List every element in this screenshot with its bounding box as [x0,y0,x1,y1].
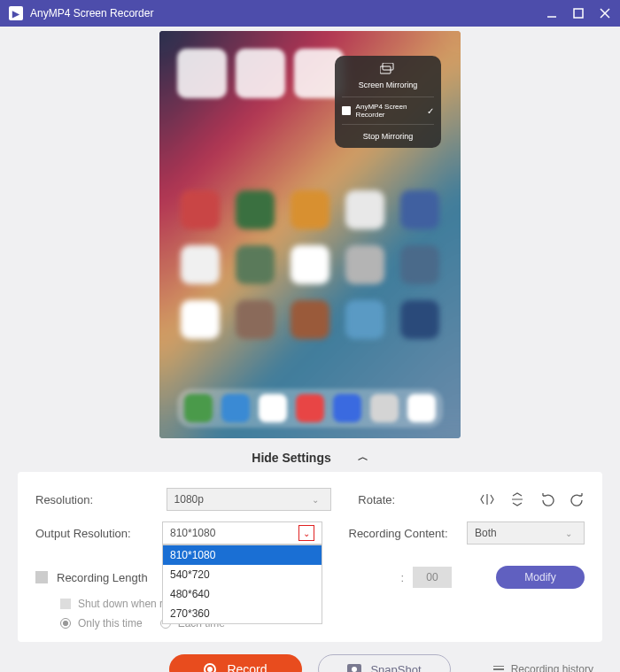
recording-content-value: Both [475,527,497,539]
chevron-up-icon: ︿ [358,450,368,465]
check-icon: ✓ [427,106,434,116]
app-title: AnyMP4 Screen Recorder [30,7,153,19]
rotate-left-icon[interactable] [540,492,554,506]
app-logo: ▶ [9,6,23,20]
recording-length-checkbox[interactable] [35,571,48,583]
hide-settings-toggle[interactable]: Hide Settings ︿ [0,443,620,472]
dock [177,389,443,428]
mirror-title: Screen Mirroring [342,81,434,89]
titlebar: ▶ AnyMP4 Screen Recorder [0,0,620,27]
dropdown-option[interactable]: 270*360 [163,604,322,623]
mirror-card: Screen Mirroring AnyMP4 Screen Recorder … [335,56,441,148]
mirror-device-row[interactable]: AnyMP4 Screen Recorder ✓ [342,97,434,124]
recording-content-label: Recording Content: [349,527,459,540]
output-resolution-label: Output Resolution: [35,527,153,540]
resolution-label: Resolution: [35,493,158,506]
resolution-value: 1080p [174,493,204,506]
output-resolution-value: 810*1080 [170,527,215,539]
chevron-down-icon: ⌄ [307,491,323,507]
resolution-dropdown[interactable]: 1080p⌄ [167,488,332,511]
record-icon [204,663,216,672]
list-icon [493,666,504,672]
settings-panel: Resolution: 1080p⌄ Rotate: Output Resolu… [18,472,602,642]
rotate-right-icon[interactable] [570,492,585,506]
rotate-label: Rotate: [358,493,471,506]
output-resolution-options: 810*1080 540*720 480*640 270*360 [162,545,322,624]
record-button[interactable]: Record [169,654,302,672]
modify-button[interactable]: Modify [496,566,585,589]
recording-history-label: Recording history [511,663,593,672]
snapshot-label: SnapShot [370,663,421,673]
chevron-down-icon: ⌄ [298,525,314,541]
stop-mirroring[interactable]: Stop Mirroring [342,124,434,141]
dropdown-option[interactable]: 480*640 [163,584,322,604]
recording-history-link[interactable]: Recording history [493,663,593,672]
shutdown-checkbox[interactable] [60,599,71,609]
chevron-down-icon: ⌄ [561,525,577,541]
flip-vertical-icon[interactable] [510,492,524,506]
maximize-button[interactable] [572,7,585,19]
device-screen: Screen Mirroring AnyMP4 Screen Recorder … [159,31,461,438]
minimize-button[interactable] [546,7,558,19]
recording-content-dropdown[interactable]: Both⌄ [467,521,585,545]
record-label: Record [227,662,267,672]
camera-icon [347,664,361,672]
mirror-device-label: AnyMP4 Screen Recorder [356,103,422,119]
only-this-time-radio[interactable] [60,618,71,629]
preview-area: Screen Mirroring AnyMP4 Screen Recorder … [0,27,620,443]
hide-settings-label: Hide Settings [252,451,330,465]
dropdown-option[interactable]: 540*720 [163,565,322,584]
mirror-icon [342,63,434,77]
output-resolution-dropdown[interactable]: 810*1080⌄ 810*1080 540*720 480*640 270*3… [162,521,322,545]
svg-rect-1 [574,9,583,18]
close-button[interactable] [599,7,611,19]
flip-horizontal-icon[interactable] [480,492,494,506]
snapshot-button[interactable]: SnapShot [318,654,451,672]
recording-length-label: Recording Length [57,571,148,584]
only-this-time-label: Only this time [78,617,143,630]
bottom-bar: Record SnapShot Recording history [0,642,620,672]
dropdown-option[interactable]: 810*1080 [163,545,322,565]
time-segment[interactable]: 00 [413,567,452,588]
